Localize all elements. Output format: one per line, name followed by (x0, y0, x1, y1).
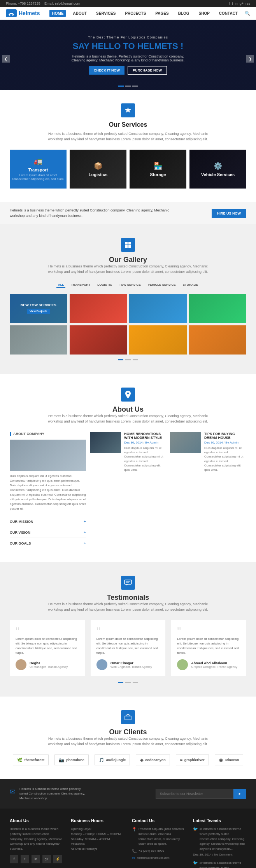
testimonials-desc: Helmets is a business theme which perfec… (46, 602, 210, 612)
test-dot-3[interactable] (133, 682, 138, 683)
search-icon[interactable]: 🔍 (245, 11, 250, 16)
nav-home[interactable]: HOME (49, 10, 66, 17)
social-tw[interactable]: t (232, 2, 233, 5)
footer-in-icon[interactable]: in (32, 855, 40, 863)
hire-us-button[interactable]: HIRE US NOW (212, 209, 246, 218)
news-content-2: TIPS FOR BUYING DREAM HOUSE Dec 30, 2014… (204, 432, 246, 472)
newsletter-text: Helmets is a business theme which perfec… (19, 787, 89, 801)
news-author-1: By Admin (145, 441, 158, 444)
check-it-now-button[interactable]: CHECK IT NOW (89, 66, 124, 75)
hero-arrow-right[interactable]: ❯ (246, 55, 254, 63)
nav-projects[interactable]: PROJECTS (123, 10, 148, 17)
gallery-dot-2[interactable] (125, 359, 131, 360)
gallery-item-1[interactable]: NEW TOW SERVICES View Projects (10, 294, 67, 323)
author-name-1: Begha (30, 661, 68, 665)
service-storage[interactable]: 🏪 Storage (130, 150, 186, 189)
gallery-grid: NEW TOW SERVICES View Projects (10, 294, 246, 355)
client-codecanyon[interactable]: ◈ codecanyon (136, 754, 170, 765)
social-fb[interactable]: f (229, 2, 230, 5)
email-address: info@email.com (55, 2, 80, 5)
nav-blog[interactable]: BLOG (176, 10, 192, 17)
gallery-item-2[interactable] (70, 294, 127, 323)
hero-dot-3[interactable] (132, 86, 138, 87)
news-image-1 (90, 432, 121, 453)
social-li[interactable]: in (235, 2, 238, 5)
hours-item-4: All Official Holidays (71, 847, 124, 852)
news-item-2: TIPS FOR BUYING DREAM HOUSE Dec 30, 2014… (170, 432, 246, 472)
gallery-item-4[interactable] (189, 294, 247, 323)
filter-all[interactable]: ALL (56, 282, 66, 288)
hero-arrow-left[interactable]: ❮ (2, 55, 10, 63)
newsletter-submit[interactable]: ► (233, 789, 246, 799)
vehicle-icon: ⚙️ (214, 162, 222, 170)
gallery-item-8[interactable] (189, 325, 247, 355)
svg-rect-9 (125, 716, 131, 720)
hours-item-3: Vacations: (71, 842, 124, 847)
hero-subtitle: The Best Theme For Logistics Companies (88, 35, 168, 39)
test-dot-2[interactable] (125, 682, 131, 683)
gallery-item-5[interactable] (10, 325, 67, 355)
accordion-goals[interactable]: OUR GOALS + (10, 538, 86, 548)
footer-tw-icon[interactable]: t (21, 855, 29, 863)
footer-gp-icon[interactable]: g+ (42, 855, 51, 863)
gallery-filters: ALL TRANSPORT LOGISTIC TOW SERVICE VEHIC… (10, 282, 246, 288)
view-projects-button[interactable]: View Projects (27, 309, 50, 314)
logo-text: Helmets (19, 10, 40, 16)
storage-icon: 🏪 (154, 162, 162, 170)
codecanyon-icon: ◈ (140, 758, 143, 763)
gallery-dot-3[interactable] (133, 359, 138, 360)
nav-services[interactable]: SERVICES (94, 10, 118, 17)
filter-storage[interactable]: STORAGE (181, 282, 200, 288)
filter-logistic[interactable]: LOGISTIC (96, 282, 114, 288)
transport-icon: 🚛 (34, 157, 42, 166)
client-audiojungle[interactable]: 🎵 audiojungle (95, 754, 130, 765)
gallery-item-6[interactable] (70, 325, 127, 355)
nav-shop[interactable]: SHOP (196, 10, 212, 17)
about-desc: Helmets is a business theme which perfec… (46, 414, 210, 424)
filter-tow[interactable]: TOW SERVICE (117, 282, 142, 288)
audiojungle-name: audiojungle (106, 758, 126, 762)
footer-rss-icon[interactable]: ⚡ (53, 855, 62, 863)
test-dot-1[interactable] (118, 682, 123, 683)
nav-pages[interactable]: PAGES (153, 10, 171, 17)
news-title-2[interactable]: TIPS FOR BUYING DREAM HOUSE (204, 432, 246, 440)
gallery-dot-1[interactable] (118, 359, 123, 360)
footer-contact-title: Contact Us (132, 818, 185, 823)
filter-transport[interactable]: TRANSPORT (69, 282, 92, 288)
clients-icon (121, 710, 135, 724)
hero-dot-2[interactable] (125, 86, 131, 87)
footer-tweets-title: Latest Tweets (193, 818, 246, 823)
hero-heading-accent: HELMETS ! (137, 41, 184, 51)
client-graphicriver[interactable]: ≈ graphicriver (176, 754, 209, 765)
news-title-1[interactable]: HOME RENOVATIONS WITH MODERN STYLE (124, 432, 166, 440)
avatar-3 (177, 659, 188, 670)
newsletter-input[interactable] (156, 789, 233, 799)
purchase-now-button[interactable]: PURCHASE NOW (128, 66, 167, 75)
service-logistics[interactable]: 📦 Logistics (70, 150, 126, 189)
about-content: ABOUT COMPANY Duis dapibus aliquam mi ut… (10, 432, 246, 548)
accordion-vision[interactable]: OUR VISION + (10, 527, 86, 538)
client-themeforest[interactable]: 🌿 themeforest (13, 754, 49, 765)
service-vehicle[interactable]: ⚙️ Vehicle Services (189, 150, 246, 189)
footer-fb-icon[interactable]: f (10, 855, 18, 863)
logo[interactable]: Helmets (6, 9, 40, 17)
filter-vehicle[interactable]: VEHICLE SERVICE (146, 282, 177, 288)
nav-about[interactable]: ABOUT (70, 10, 89, 17)
gallery-icon (121, 238, 135, 252)
gallery-item-7[interactable] (129, 325, 187, 355)
testimonial-1: " Lorem ipsum dolor sit consectetur adip… (10, 620, 85, 676)
accordion-mission[interactable]: OUR MISSION + (10, 516, 86, 527)
author-role-1: UI Manager, Transit Agency (30, 665, 68, 669)
testimonials-grid: " Lorem ipsum dolor sit consectetur adip… (10, 620, 246, 676)
service-transport[interactable]: 🚛 Transport Lorem ipsum dolor sit amet c… (10, 150, 67, 189)
hero-dot-1[interactable] (118, 86, 124, 87)
gallery-item-3[interactable] (129, 294, 187, 323)
social-rss[interactable]: rss (245, 2, 250, 5)
author-role-2: Web Engineer, Transit Agency (110, 665, 152, 669)
contact-phone: 📞 +1 (234) 567-8901 (132, 849, 185, 854)
social-gp[interactable]: g+ (240, 2, 244, 5)
client-photodune[interactable]: 📷 photodune (54, 754, 89, 765)
client-3docean[interactable]: ◉ 3docean (215, 754, 244, 765)
themeforest-name: themeforest (25, 758, 45, 762)
nav-contact[interactable]: CONTACT (217, 10, 240, 17)
